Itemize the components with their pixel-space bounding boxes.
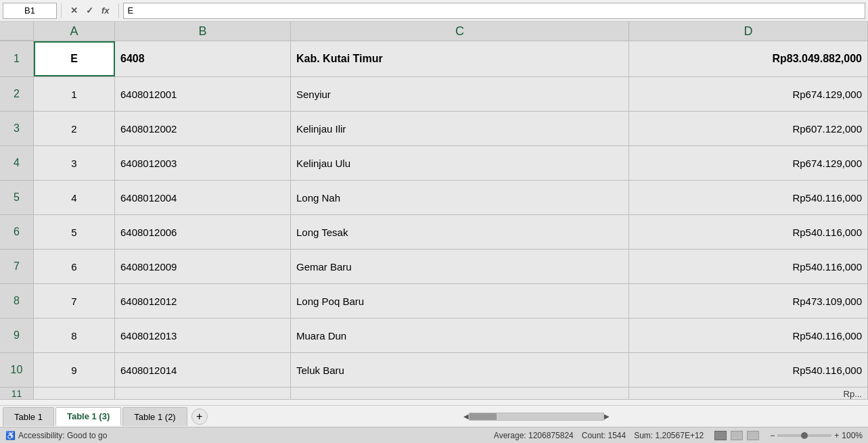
column-headers: A B C D xyxy=(0,22,868,41)
cell-c9[interactable]: Muara Dun xyxy=(291,319,629,352)
formula-input[interactable]: E xyxy=(123,3,865,19)
sheet-tab-table1-3[interactable]: Table 1 (3) xyxy=(55,407,121,426)
zoom-area: − + 100% xyxy=(770,431,863,440)
cell-b9[interactable]: 6408012013 xyxy=(115,319,291,352)
h-scroll-thumb[interactable] xyxy=(470,413,497,420)
cell-a5[interactable]: 4 xyxy=(34,181,115,214)
zoom-thumb[interactable] xyxy=(801,432,808,439)
row-number: 7 xyxy=(0,250,34,283)
cell-c7[interactable]: Gemar Baru xyxy=(291,250,629,283)
col-header-c[interactable]: C xyxy=(291,22,629,41)
corner-header xyxy=(0,22,34,41)
cell-b10[interactable]: 6408012014 xyxy=(115,353,291,387)
cell-a2[interactable]: 1 xyxy=(34,77,115,111)
table-row: 3 2 6408012002 Kelinjau Ilir Rp607.122,0… xyxy=(0,112,868,146)
cell-b8[interactable]: 6408012012 xyxy=(115,284,291,318)
page-break-button[interactable] xyxy=(747,431,759,440)
cell-d8[interactable]: Rp473.109,000 xyxy=(629,284,868,318)
average-value: 1206875824 xyxy=(528,431,574,440)
cell-d9[interactable]: Rp540.116,000 xyxy=(629,319,868,352)
row-number: 4 xyxy=(0,146,34,180)
cell-d6[interactable]: Rp540.116,000 xyxy=(629,215,868,249)
average-stat: Average: 1206875824 xyxy=(494,431,574,440)
cell-d4[interactable]: Rp674.129,000 xyxy=(629,146,868,180)
cell-a6[interactable]: 5 xyxy=(34,215,115,249)
cell-a4[interactable]: 3 xyxy=(34,146,115,180)
table-row: 6 5 6408012006 Long Tesak Rp540.116,000 xyxy=(0,215,868,250)
h-scroll-area: ◀ ▶ xyxy=(208,413,865,421)
col-header-a[interactable]: A xyxy=(34,22,115,41)
status-left: ♿ Accessibility: Good to go xyxy=(5,431,107,440)
cell-d3[interactable]: Rp607.122,000 xyxy=(629,112,868,145)
cell-c5[interactable]: Long Nah xyxy=(291,181,629,214)
row-number: 1 xyxy=(0,41,34,76)
formula-icons: ✕ ✓ fx xyxy=(66,5,114,16)
cell-b2[interactable]: 6408012001 xyxy=(115,77,291,111)
scroll-left-arrow[interactable]: ◀ xyxy=(463,413,469,420)
cell-d5[interactable]: Rp540.116,000 xyxy=(629,181,868,214)
name-box[interactable]: B1 xyxy=(3,3,57,19)
fx-icon[interactable]: fx xyxy=(99,5,112,16)
status-right: Average: 1206875824 Count: 1544 Sum: 1,2… xyxy=(494,431,863,440)
cell-a9[interactable]: 8 xyxy=(34,319,115,352)
cancel-icon[interactable]: ✕ xyxy=(68,5,80,16)
cell-d7[interactable]: Rp540.116,000 xyxy=(629,250,868,283)
count-label: Count: xyxy=(582,431,606,440)
cell-d10[interactable]: Rp540.116,000 xyxy=(629,353,868,387)
tab-scroll-row: Table 1 Table 1 (3) Table 1 (2) + ◀ ▶ xyxy=(0,405,868,427)
cell-c1[interactable]: Kab. Kutai Timur xyxy=(291,41,629,76)
cell-d11[interactable]: Rp... xyxy=(629,388,868,400)
col-header-b[interactable]: B xyxy=(115,22,291,41)
cell-c8[interactable]: Long Poq Baru xyxy=(291,284,629,318)
scroll-right-arrow[interactable]: ▶ xyxy=(604,413,610,420)
cell-b5[interactable]: 6408012004 xyxy=(115,181,291,214)
zoom-slider[interactable] xyxy=(777,434,831,437)
zoom-level: 100% xyxy=(842,431,863,440)
add-sheet-button[interactable]: + xyxy=(191,409,208,425)
cell-c4[interactable]: Kelinjau Ulu xyxy=(291,146,629,180)
cell-c6[interactable]: Long Tesak xyxy=(291,215,629,249)
table-row: 1 E 6408 Kab. Kutai Timur Rp83.049.882,0… xyxy=(0,41,868,77)
cell-c2[interactable]: Senyiur xyxy=(291,77,629,111)
h-scroll-track[interactable] xyxy=(469,413,604,421)
cell-b3[interactable]: 6408012002 xyxy=(115,112,291,145)
row-number: 9 xyxy=(0,319,34,352)
normal-view-button[interactable] xyxy=(714,431,727,440)
table-row: 8 7 6408012012 Long Poq Baru Rp473.109,0… xyxy=(0,284,868,319)
cell-d1[interactable]: Rp83.049.882,000 xyxy=(629,41,868,76)
cell-a7[interactable]: 6 xyxy=(34,250,115,283)
cell-d2[interactable]: Rp674.129,000 xyxy=(629,77,868,111)
status-stats: Average: 1206875824 Count: 1544 Sum: 1,2… xyxy=(494,431,704,440)
cell-b1[interactable]: 6408 xyxy=(115,41,291,76)
sum-value: 1,20567E+12 xyxy=(656,431,704,440)
sum-stat: Sum: 1,20567E+12 xyxy=(634,431,704,440)
accessibility-text: Accessibility: Good to go xyxy=(18,431,107,440)
confirm-icon[interactable]: ✓ xyxy=(84,5,95,16)
status-bar: ♿ Accessibility: Good to go Average: 120… xyxy=(0,427,868,443)
cell-a1[interactable]: E xyxy=(34,41,115,76)
table-row: 5 4 6408012004 Long Nah Rp540.116,000 xyxy=(0,181,868,215)
zoom-in-icon[interactable]: + xyxy=(834,431,839,440)
row-number: 8 xyxy=(0,284,34,318)
zoom-out-icon[interactable]: − xyxy=(770,431,775,440)
row-number: 11 xyxy=(0,388,34,400)
cell-a8[interactable]: 7 xyxy=(34,284,115,318)
sheet-tab-table1[interactable]: Table 1 xyxy=(3,407,54,426)
sheet-tab-table1-2[interactable]: Table 1 (2) xyxy=(122,407,187,426)
cell-c11[interactable] xyxy=(291,388,629,400)
count-stat: Count: 1544 xyxy=(582,431,626,440)
cell-a10[interactable]: 9 xyxy=(34,353,115,387)
cell-c10[interactable]: Teluk Baru xyxy=(291,353,629,387)
col-header-d[interactable]: D xyxy=(629,22,868,41)
formula-bar-sep xyxy=(61,3,62,18)
average-label: Average: xyxy=(494,431,526,440)
page-layout-button[interactable] xyxy=(731,431,743,440)
cell-b11[interactable] xyxy=(115,388,291,400)
cell-a11[interactable] xyxy=(34,388,115,400)
cell-b6[interactable]: 6408012006 xyxy=(115,215,291,249)
cell-b7[interactable]: 6408012009 xyxy=(115,250,291,283)
cell-c3[interactable]: Kelinjau Ilir xyxy=(291,112,629,145)
cell-a3[interactable]: 2 xyxy=(34,112,115,145)
cell-b4[interactable]: 6408012003 xyxy=(115,146,291,180)
main-layout: A B C D 1 E 6408 Kab. Kutai Timur Rp83.0… xyxy=(0,22,868,443)
